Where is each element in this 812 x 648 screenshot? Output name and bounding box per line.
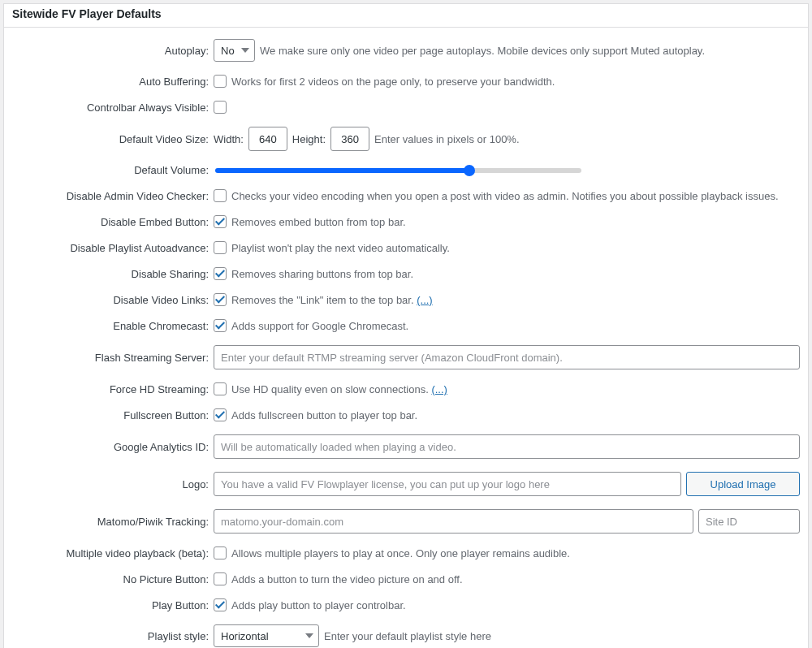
- playlist-style-desc: Enter your default playlist style here: [324, 630, 491, 642]
- disable-playlist-autoadvance-desc: Playlist won't play the next video autom…: [231, 242, 450, 254]
- disable-video-links-desc: Removes the "Link" item to the top bar.: [231, 294, 417, 306]
- controlbar-visible-checkbox[interactable]: [214, 101, 227, 114]
- disable-embed-checkbox[interactable]: [214, 215, 227, 228]
- fullscreen-button-checkbox[interactable]: [214, 408, 227, 421]
- label-multiple-playback: Multiple video playback (beta):: [12, 547, 214, 559]
- label-fullscreen-button: Fullscreen Button:: [12, 409, 214, 421]
- row-no-picture-button: No Picture Button: Adds a button to turn…: [12, 572, 800, 585]
- row-disable-video-links: Disable Video Links: Removes the "Link" …: [12, 293, 800, 306]
- height-input[interactable]: [330, 127, 369, 151]
- disable-sharing-checkbox[interactable]: [214, 267, 227, 280]
- force-hd-desc: Use HD quality even on slow connections.: [231, 383, 431, 395]
- label-matomo: Matomo/Piwik Tracking:: [12, 516, 214, 528]
- label-playlist-style: Playlist style:: [12, 630, 214, 642]
- label-enable-chromecast: Enable Chromecast:: [12, 320, 214, 332]
- disable-video-links-checkbox[interactable]: [214, 293, 227, 306]
- row-logo: Logo: Upload Image: [12, 472, 800, 496]
- row-enable-chromecast: Enable Chromecast: Adds support for Goog…: [12, 319, 800, 332]
- height-label: Height:: [292, 133, 326, 145]
- row-disable-embed: Disable Embed Button: Removes embed butt…: [12, 215, 800, 228]
- google-analytics-input[interactable]: [214, 434, 800, 459]
- row-playlist-style: Playlist style: Horizontal Enter your de…: [12, 624, 800, 647]
- row-play-button: Play Button: Adds play button to player …: [12, 598, 800, 611]
- force-hd-checkbox[interactable]: [214, 382, 227, 395]
- width-input[interactable]: [248, 127, 287, 151]
- label-disable-sharing: Disable Sharing:: [12, 268, 214, 280]
- playlist-style-select[interactable]: Horizontal: [214, 624, 319, 647]
- fullscreen-button-desc: Adds fullscreen button to player top bar…: [231, 409, 417, 421]
- autoplay-select[interactable]: No: [214, 39, 255, 62]
- label-flash-streaming-server: Flash Streaming Server:: [12, 352, 214, 364]
- flash-streaming-server-input[interactable]: [214, 345, 800, 369]
- logo-input[interactable]: [214, 472, 681, 496]
- row-disable-playlist-autoadvance: Disable Playlist Autoadvance: Playlist w…: [12, 241, 800, 254]
- no-picture-button-checkbox[interactable]: [214, 572, 227, 585]
- row-flash-streaming-server: Flash Streaming Server:: [12, 345, 800, 369]
- video-size-desc: Enter values in pixels or 100%.: [374, 133, 519, 145]
- row-autoplay: Autoplay: No We make sure only one video…: [12, 39, 800, 62]
- row-auto-buffering: Auto Buffering: Works for first 2 videos…: [12, 75, 800, 88]
- row-default-video-size: Default Video Size: Width: Height: Enter…: [12, 127, 800, 151]
- disable-sharing-desc: Removes sharing buttons from top bar.: [231, 268, 413, 280]
- multiple-playback-desc: Allows multiple players to play at once.…: [231, 547, 570, 559]
- disable-embed-desc: Removes embed button from top bar.: [231, 216, 406, 228]
- disable-admin-checker-checkbox[interactable]: [214, 189, 227, 202]
- panel-header: Sitewide FV Player Defaults: [4, 4, 808, 27]
- upload-image-button[interactable]: Upload Image: [686, 472, 800, 496]
- label-disable-embed: Disable Embed Button:: [12, 216, 214, 228]
- row-disable-admin-checker: Disable Admin Video Checker: Checks your…: [12, 189, 800, 202]
- label-default-video-size: Default Video Size:: [12, 133, 214, 145]
- label-disable-video-links: Disable Video Links:: [12, 294, 214, 306]
- label-force-hd: Force HD Streaming:: [12, 383, 214, 395]
- row-fullscreen-button: Fullscreen Button: Adds fullscreen butto…: [12, 408, 800, 421]
- no-picture-button-desc: Adds a button to turn the video picture …: [231, 573, 463, 585]
- matomo-siteid-input[interactable]: [698, 509, 800, 534]
- volume-slider[interactable]: [215, 168, 581, 173]
- row-matomo: Matomo/Piwik Tracking:: [12, 509, 800, 534]
- label-autoplay: Autoplay:: [12, 45, 214, 57]
- label-auto-buffering: Auto Buffering:: [12, 76, 214, 88]
- disable-video-links-help-link[interactable]: (...): [417, 294, 433, 306]
- play-button-desc: Adds play button to player controlbar.: [231, 599, 406, 611]
- row-disable-sharing: Disable Sharing: Removes sharing buttons…: [12, 267, 800, 280]
- label-play-button: Play Button:: [12, 599, 214, 611]
- autoplay-desc: We make sure only one video per page aut…: [260, 45, 705, 57]
- enable-chromecast-checkbox[interactable]: [214, 319, 227, 332]
- disable-admin-checker-desc: Checks your video encoding when you open…: [231, 190, 779, 202]
- label-google-analytics: Google Analytics ID:: [12, 441, 214, 453]
- force-hd-help-link[interactable]: (...): [431, 383, 447, 395]
- row-google-analytics: Google Analytics ID:: [12, 434, 800, 459]
- label-default-volume: Default Volume:: [12, 164, 214, 176]
- width-label: Width:: [214, 133, 244, 145]
- row-controlbar-visible: Controlbar Always Visible:: [12, 101, 800, 114]
- play-button-checkbox[interactable]: [214, 598, 227, 611]
- auto-buffering-checkbox[interactable]: [214, 75, 227, 88]
- row-multiple-playback: Multiple video playback (beta): Allows m…: [12, 546, 800, 559]
- label-controlbar-visible: Controlbar Always Visible:: [12, 102, 214, 114]
- multiple-playback-checkbox[interactable]: [214, 546, 227, 559]
- panel-body: Autoplay: No We make sure only one video…: [4, 27, 808, 648]
- label-disable-playlist-autoadvance: Disable Playlist Autoadvance:: [12, 242, 214, 254]
- matomo-domain-input[interactable]: [214, 509, 693, 534]
- panel-title: Sitewide FV Player Defaults: [12, 7, 162, 20]
- settings-panel: Sitewide FV Player Defaults Autoplay: No…: [3, 3, 809, 648]
- label-no-picture-button: No Picture Button:: [12, 573, 214, 585]
- row-force-hd: Force HD Streaming: Use HD quality even …: [12, 382, 800, 395]
- enable-chromecast-desc: Adds support for Google Chromecast.: [231, 320, 408, 332]
- label-disable-admin-checker: Disable Admin Video Checker:: [12, 190, 214, 202]
- disable-playlist-autoadvance-checkbox[interactable]: [214, 241, 227, 254]
- label-logo: Logo:: [12, 478, 214, 490]
- row-default-volume: Default Volume:: [12, 164, 800, 176]
- auto-buffering-desc: Works for first 2 videos on the page onl…: [231, 76, 555, 88]
